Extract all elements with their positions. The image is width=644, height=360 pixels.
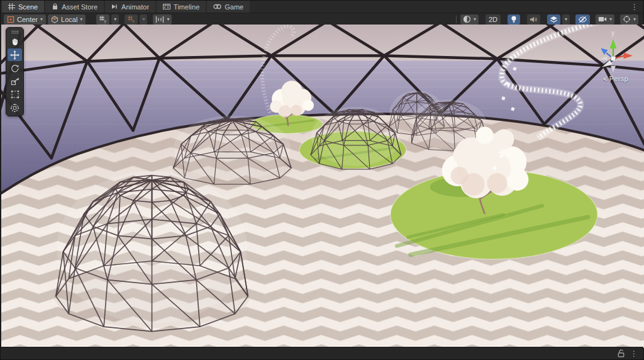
toggle-2d-button[interactable]: 2D	[486, 14, 501, 25]
chevron-down-icon: ▾	[142, 17, 145, 22]
persp-back-arrow-icon: <	[603, 75, 608, 82]
chevron-down-icon: ▾	[633, 17, 636, 22]
eye-hidden-icon	[578, 16, 587, 23]
grid-visibility-dropdown[interactable]: ▾	[111, 14, 119, 25]
scene-lighting-toggle[interactable]	[508, 14, 520, 25]
2d-label: 2D	[489, 16, 497, 23]
effects-layers-icon	[550, 16, 558, 23]
chevron-down-icon: ▾	[114, 17, 116, 22]
move-icon	[10, 50, 19, 60]
tab-label: Animator	[121, 3, 149, 11]
axis-x-cone[interactable]	[624, 53, 633, 59]
tab-asset-store[interactable]: Asset Store	[45, 1, 104, 13]
hand-icon	[11, 37, 19, 46]
gizmos-button[interactable]: ▾	[620, 14, 638, 25]
unity-editor-window: Scene Asset Store Animator Timeline Game…	[0, 0, 644, 360]
scene-3d-render	[1, 25, 644, 348]
shaded-sphere-icon	[463, 15, 471, 23]
camera-icon	[598, 16, 607, 23]
tab-label: Timeline	[174, 3, 199, 11]
gizmos-sphere-icon	[623, 15, 631, 23]
tab-label: Game	[225, 3, 243, 11]
chevron-down-icon: ▾	[474, 17, 476, 22]
tab-timeline[interactable]: Timeline	[157, 1, 206, 13]
pivot-center-icon	[7, 16, 14, 23]
tab-animator[interactable]: Animator	[105, 1, 155, 13]
audio-speaker-icon	[530, 16, 538, 23]
chevron-down-icon: ▾	[167, 17, 169, 22]
projection-mode-label[interactable]: <Persp	[591, 75, 640, 82]
tab-label: Scene	[18, 3, 38, 11]
status-strip: ⋮	[1, 347, 643, 359]
chevron-down-icon: ▾	[40, 17, 43, 22]
grid-snap-dropdown[interactable]: ▾	[140, 14, 147, 25]
pivot-mode-button[interactable]: Center ▾	[4, 14, 46, 25]
animator-icon	[111, 3, 118, 10]
chevron-down-icon: ▾	[80, 17, 82, 22]
scene-view-toolbar: Center ▾ Local ▾ Y ▾ ▾ ▾ ▾ 2D	[1, 13, 643, 26]
shading-mode-button[interactable]: ▾	[460, 14, 479, 25]
scene-grid-icon	[8, 3, 15, 10]
toolbar-separator	[456, 16, 457, 23]
chevron-down-icon: ▾	[609, 17, 612, 22]
scene-visibility-toggle[interactable]	[575, 14, 590, 25]
orientation-gizmo[interactable]: y	[586, 28, 643, 74]
tools-overlay	[6, 27, 24, 116]
snap-increment-icon	[155, 16, 164, 23]
tab-bar-menu-kebab-icon[interactable]: ⋮	[628, 1, 641, 13]
scene-effects-toggle[interactable]	[547, 14, 560, 25]
transform-combined-icon	[10, 103, 19, 113]
tab-scene[interactable]: Scene	[2, 1, 44, 13]
tab-label: Asset Store	[62, 3, 97, 11]
lightbulb-icon	[510, 15, 518, 23]
scene-audio-toggle[interactable]	[527, 14, 540, 25]
local-cube-icon	[51, 16, 58, 23]
tab-game[interactable]: Game	[207, 1, 250, 13]
unlock-icon[interactable]	[618, 349, 625, 357]
scale-tool-button[interactable]	[8, 75, 22, 87]
grid-visibility-button[interactable]: Y	[96, 14, 109, 25]
orientation-mode-label: Local	[61, 16, 77, 23]
grid-snap-button[interactable]	[125, 14, 138, 25]
axis-y-label: y	[611, 30, 614, 37]
gizmo-center-cube[interactable]	[611, 56, 616, 61]
grid-axis-icon: Y	[99, 15, 107, 23]
move-tool-button[interactable]	[8, 48, 22, 61]
scene-effects-dropdown[interactable]: ▾	[562, 14, 570, 25]
chevron-down-icon: ▾	[565, 17, 567, 22]
rotate-tool-button[interactable]	[8, 62, 22, 74]
scale-icon	[11, 77, 19, 86]
orientation-mode-button[interactable]: Local ▾	[48, 14, 86, 25]
game-icon	[213, 3, 221, 10]
asset-store-bag-icon	[52, 3, 58, 10]
scene-viewport[interactable]: y <Persp	[1, 25, 644, 348]
axis-negy-cone[interactable]	[611, 66, 616, 73]
grid-snap-icon	[127, 15, 135, 23]
overlay-drag-handle[interactable]	[6, 29, 23, 35]
persp-text: Persp	[609, 75, 628, 82]
pivot-mode-label: Center	[17, 16, 38, 23]
scene-camera-button[interactable]: ▾	[596, 14, 614, 25]
status-menu-kebab-icon[interactable]: ⋮	[630, 349, 638, 358]
svg-text:Y: Y	[104, 20, 107, 24]
timeline-icon	[163, 3, 170, 10]
rect-tool-icon	[11, 90, 19, 99]
dock-tab-bar: Scene Asset Store Animator Timeline Game…	[1, 1, 643, 13]
axis-y-cone[interactable]	[610, 39, 617, 48]
rotate-icon	[10, 64, 19, 73]
axis-negx-cone[interactable]	[601, 57, 608, 61]
view-hand-tool-button[interactable]	[8, 35, 22, 48]
rect-tool-button[interactable]	[8, 88, 22, 101]
transform-tool-button[interactable]	[8, 101, 22, 114]
snap-increment-button[interactable]: ▾	[153, 14, 172, 25]
